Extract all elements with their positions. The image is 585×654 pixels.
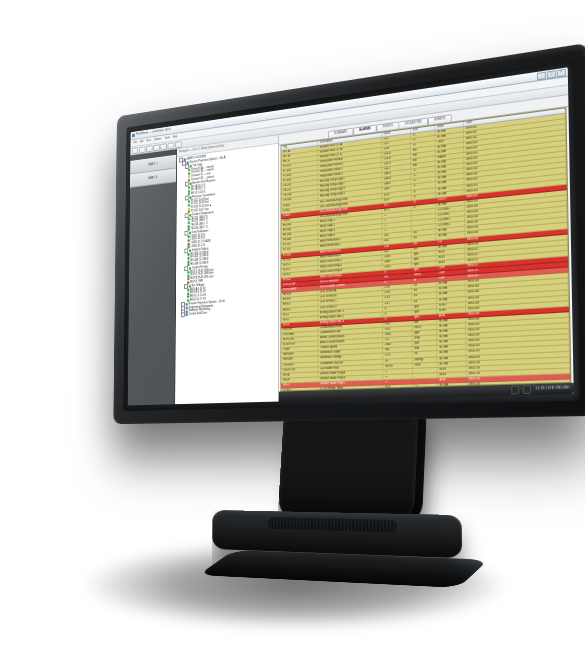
unit-rail-filler <box>128 182 176 405</box>
tab-events[interactable]: EVENTS <box>428 115 453 125</box>
grid-cell: 08:41:04 <box>464 157 566 173</box>
window-titlebar[interactable]: PlantMonitor — ControlView Client – ▢ ✕ <box>131 67 568 140</box>
grid-row[interactable]: BOR-CNCBoron Concentration1845ppmNORM08:… <box>281 323 569 343</box>
status-dot-icon <box>187 256 189 259</box>
grid-cell: bar <box>411 162 435 169</box>
grid-cell: NORM <box>436 190 465 197</box>
grid-cell: 10.4 <box>382 144 411 152</box>
grid-cell: NORM <box>438 383 467 388</box>
grid-cell: 455 <box>382 232 411 239</box>
grid-cell: NORM <box>437 291 466 297</box>
grid-col-header[interactable]: Unit <box>411 126 435 133</box>
grid-row[interactable]: ANN-613Annunciator 613—ALM08:41:11 <box>281 391 570 392</box>
menu-item-options[interactable]: Options <box>154 137 162 141</box>
grid-cell: 44200 <box>383 363 413 368</box>
menu-item-file[interactable]: File <box>133 141 137 145</box>
grid-row[interactable]: SW-AService Water Pmp A—RUN08:41:10 <box>281 363 570 379</box>
toolbar-button[interactable] <box>153 144 160 151</box>
grid-row[interactable]: BUS-D4.16 kV Bus D4.17kVNORM08:41:08 <box>281 290 569 314</box>
grid-cell: % <box>411 198 436 205</box>
window-minimize-button[interactable]: – <box>537 71 546 80</box>
grid-row[interactable]: CNT-PRContainment Press1.01barNORM08:41:… <box>281 312 569 333</box>
toolbar-button[interactable] <box>139 146 145 153</box>
grid-cell: MW <box>413 346 438 351</box>
grid-cell: ppm <box>413 330 438 336</box>
grid-cell: NORM <box>437 340 466 346</box>
grid-cell: LO-LO <box>436 195 465 202</box>
grid-cell: Condenser Vacuum <box>318 359 383 366</box>
grid-row[interactable]: DG-3Emerg Diesel Gen 30rpmALM08:41:08 <box>281 307 569 329</box>
tab-isolations[interactable]: ISOLATIONS <box>399 118 428 129</box>
grid-cell: 0.14 <box>383 326 413 332</box>
toolbar-button[interactable] <box>132 147 138 154</box>
grid-cell: bar <box>411 146 435 153</box>
grid-row[interactable]: DG-2Emerg Diesel Gen 20rpmSTBY08:41:08 <box>281 301 569 323</box>
window-maximize-button[interactable]: ▢ <box>547 70 556 79</box>
grid-cell: 08:41:08 <box>466 307 569 317</box>
grid-row[interactable]: CW-FLOWCirc Water Flow44200m3/hNORM08:41… <box>281 357 570 373</box>
menu-bar[interactable]: FileEditViewOptionsToolsHelp <box>130 77 568 148</box>
toolbar-button[interactable] <box>160 143 167 150</box>
grid-cell: 118 <box>382 242 411 249</box>
grid-cell: — <box>382 211 411 218</box>
grid-row[interactable]: CNT-RADContainment Rad0.14mR/hNORM08:41:… <box>281 318 569 339</box>
navigator-tree[interactable]: -SAFETY SYSTEM-Reactor Protection System… <box>175 144 278 404</box>
grid-cell: 32.6 <box>383 385 413 390</box>
expand-icon[interactable]: + <box>181 313 185 318</box>
grid-row[interactable]: DG-1Emerg Diesel Gen 10rpmSTBY08:41:08 <box>281 295 569 318</box>
grid-cell: 08:41:08 <box>466 290 569 301</box>
grid-cell: mm/s <box>412 272 437 278</box>
grid-cell: SW-B <box>281 377 318 382</box>
status-dot-icon <box>185 313 187 316</box>
grid-row[interactable]: SW-BService Water Pmp B—RUN08:41:10 <box>281 368 570 383</box>
grid-cell: CCW Header Temp <box>318 385 383 391</box>
grid-cell: rpm <box>413 341 438 346</box>
grid-cell: % <box>412 203 437 210</box>
grid-cell: NORM <box>436 200 465 207</box>
grid-cell: 08:41:08 <box>466 284 569 295</box>
tab-alarms[interactable]: ALARMS <box>353 125 377 135</box>
grid-body[interactable]: NF-1ANeutron Flux Ch 1A10.2%NORM08:41:02… <box>281 113 571 391</box>
menu-item-help[interactable]: Help <box>173 135 178 139</box>
grid-cell: 08:41:04 <box>464 151 566 167</box>
grid-row[interactable]: GEN-MWGenerator Output985MWNORM08:41:09 <box>281 340 570 358</box>
grid-cell: 08:41:07 <box>465 240 568 253</box>
menu-item-edit[interactable]: Edit <box>140 140 144 144</box>
status-dot-icon <box>186 310 188 313</box>
grid-cell: ALM <box>438 377 467 382</box>
grid-cell: NORM <box>436 243 465 250</box>
toolbar-button[interactable] <box>168 142 175 149</box>
toolbar[interactable] <box>130 85 568 155</box>
grid-row[interactable]: CNDSR-VCondenser Vacuum50mmHgNORM08:41:0… <box>281 351 570 368</box>
grid-row[interactable]: INST-AIRInstrument Air Hdr7.1barNORM08:4… <box>281 385 570 391</box>
grid-cell: RCP-4 Motor Current <box>318 281 382 290</box>
tab-points[interactable]: POINTS <box>376 122 399 132</box>
grid-row[interactable]: CCW-TCCW Header Temp32.6°CNORM08:41:10 <box>281 380 570 392</box>
grid-cell: t/h <box>412 245 437 251</box>
grid-row[interactable]: TURBTurbine Speed1800rpmNORM08:41:09 <box>281 335 569 354</box>
grid-col-header[interactable]: State <box>435 122 464 129</box>
menu-item-tools[interactable]: Tools <box>165 136 170 140</box>
grid-cell: NORM <box>437 350 466 356</box>
main-pane: SUMMARYALARMSPOINTSISOLATIONSEVENTS TagD… <box>279 95 574 401</box>
grid-col-header[interactable]: Value <box>382 129 411 136</box>
grid-row[interactable]: BUS-C4.16 kV Bus C4.15kVNORM08:41:08 <box>281 284 568 308</box>
window-close-button[interactable]: ✕ <box>557 68 566 77</box>
grid-cell: 0 <box>383 310 413 316</box>
data-grid[interactable]: TagDescriptionValueUnitStateTime NF-1ANe… <box>280 107 571 391</box>
grid-cell: kV <box>412 288 437 294</box>
grid-cell: % <box>411 141 435 148</box>
grid-row[interactable]: SW-CService Water Pmp C—ALM08:41:10 <box>281 374 570 389</box>
grid-row[interactable]: ROD-POSBank D Rod Position212stepNORM08:… <box>281 329 569 348</box>
grid-cell: 08:41:06 <box>465 195 567 210</box>
toolbar-button[interactable] <box>146 145 152 152</box>
grid-cell: 08:41:05 <box>465 190 567 205</box>
grid-cell: NORM <box>436 232 465 239</box>
toolbar-button[interactable] <box>175 141 182 148</box>
grid-cell: 62.1 <box>382 206 411 213</box>
menu-item-view[interactable]: View <box>146 139 151 143</box>
grid-cell: 08:41:11 <box>467 391 571 392</box>
grid-cell: NORM <box>435 127 464 135</box>
grid-row[interactable]: GEN-MVGenerator Voltage22.0kVNORM08:41:0… <box>281 346 570 364</box>
grid-col-header[interactable]: Time <box>464 108 566 125</box>
